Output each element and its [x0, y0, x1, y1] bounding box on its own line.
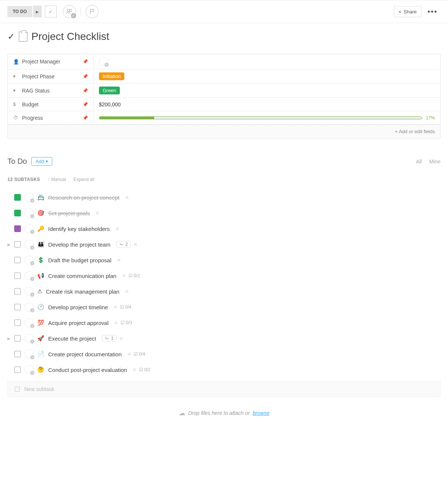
task-assignee-icon[interactable] — [25, 209, 34, 218]
new-subtask-input[interactable]: New subtask — [7, 381, 441, 397]
task-row[interactable]: 🔑Identify key stakeholders≡ — [7, 221, 441, 237]
task-title[interactable]: Execute the project — [48, 335, 96, 342]
task-title[interactable]: Identify key stakeholders — [48, 226, 110, 232]
task-status-box[interactable] — [14, 210, 21, 216]
task-row[interactable]: 💲Draft the budget proposal≡ — [7, 252, 441, 268]
description-icon[interactable]: ≡ — [134, 241, 137, 247]
task-row[interactable]: 📢Create communication plan≡☑ 0/2 — [7, 268, 441, 284]
task-status-box[interactable] — [14, 288, 21, 295]
task-status-box[interactable] — [14, 351, 21, 357]
task-row[interactable]: 📇Research on project concept≡ — [7, 190, 441, 205]
field-value-rag-status[interactable]: Green — [94, 84, 440, 97]
task-status-box[interactable] — [14, 194, 21, 201]
field-value-project-phase[interactable]: Initiation — [94, 69, 440, 83]
mark-complete-button[interactable]: ✓ — [45, 6, 57, 18]
task-status-box[interactable] — [14, 335, 21, 342]
task-row[interactable]: ⚠Create risk management plan≡ — [7, 284, 441, 299]
add-subtask-button[interactable]: Add ▾ — [31, 157, 52, 166]
status-dropdown-caret[interactable]: ▶ — [33, 6, 42, 18]
description-icon[interactable]: ≡ — [125, 288, 128, 294]
task-row[interactable]: 🤔Conduct post-project evaluation≡☑ 0/2 — [7, 362, 441, 378]
task-assignee-icon[interactable] — [25, 271, 34, 280]
task-title[interactable]: Create risk management plan — [46, 288, 119, 295]
task-title[interactable]: Develop project timeline — [48, 304, 108, 310]
task-assignee-icon[interactable] — [25, 256, 34, 265]
subtask-count-badge[interactable]: 1 — [102, 335, 116, 342]
checklist-count[interactable]: ☑ 0/2 — [139, 367, 150, 372]
task-row[interactable]: ▶👪Develop the project team2≡ — [7, 237, 441, 252]
task-assignee-icon[interactable] — [25, 287, 34, 296]
description-icon[interactable]: ≡ — [115, 320, 118, 326]
task-row[interactable]: 📄Create project documentation≡☑ 0/4 — [7, 346, 441, 362]
task-assignee-icon[interactable] — [25, 350, 34, 359]
field-label-progress[interactable]: ⏱ Progress 📌 — [8, 112, 94, 124]
pin-icon[interactable]: 📌 — [83, 74, 88, 79]
task-status-box[interactable] — [14, 272, 21, 279]
task-title[interactable]: Draft the budget proposal — [48, 257, 111, 263]
more-menu-icon[interactable]: ••• — [424, 7, 441, 16]
page-title[interactable]: Project Checklist — [31, 31, 109, 43]
progress-bar[interactable] — [99, 116, 422, 119]
task-assignee-icon[interactable] — [25, 365, 34, 374]
task-status-box[interactable] — [14, 241, 21, 248]
sort-button[interactable]: ↑ Manual — [47, 177, 66, 182]
task-title[interactable]: Research on project concept — [48, 194, 119, 201]
task-assignee-icon[interactable] — [25, 224, 34, 233]
task-row[interactable]: 💯Acquire project approval≡☑ 0/3 — [7, 315, 441, 331]
field-value-budget[interactable]: $200,000 — [94, 98, 440, 110]
description-icon[interactable]: ≡ — [116, 226, 119, 232]
filter-mine[interactable]: Mine — [429, 159, 441, 165]
expand-caret-icon[interactable]: ▶ — [7, 242, 10, 247]
field-value-progress[interactable]: 17% — [94, 112, 440, 123]
task-status-box[interactable] — [14, 319, 21, 326]
task-title[interactable]: Develop the project team — [48, 241, 111, 248]
checklist-count[interactable]: ☑ 0/2 — [128, 273, 140, 278]
task-row[interactable]: ▶🚀Execute the project1≡ — [7, 331, 441, 346]
task-assignee-icon[interactable] — [25, 334, 34, 343]
priority-flag-icon[interactable] — [85, 5, 99, 18]
checklist-count[interactable]: ☑ 0/4 — [120, 304, 131, 310]
task-assignee-icon[interactable] — [25, 303, 34, 312]
task-title[interactable]: Create communication plan — [48, 273, 116, 279]
field-label-budget[interactable]: $ Budget 📌 — [8, 98, 94, 110]
task-row[interactable]: 🕐Develop project timeline≡☑ 0/4 — [7, 299, 441, 315]
task-assignee-icon[interactable] — [25, 240, 34, 249]
description-icon[interactable]: ≡ — [114, 304, 117, 310]
task-status-box[interactable] — [14, 225, 21, 232]
attachment-dropzone[interactable]: ☁ Drop files here to attach or browse — [7, 401, 441, 425]
pin-icon[interactable]: 📌 — [83, 88, 88, 93]
checklist-count[interactable]: ☑ 0/4 — [134, 351, 145, 357]
checklist-count[interactable]: ☑ 0/3 — [121, 320, 132, 325]
task-title[interactable]: Conduct post-project evaluation — [48, 367, 127, 373]
task-assignee-icon[interactable] — [25, 193, 34, 202]
share-button[interactable]: < Share — [394, 6, 421, 17]
task-assignee-icon[interactable] — [25, 318, 34, 327]
description-icon[interactable]: ≡ — [122, 273, 125, 279]
assignees-icon[interactable]: + — [63, 5, 76, 18]
description-icon[interactable]: ≡ — [96, 210, 99, 216]
task-status-box[interactable] — [14, 257, 21, 263]
add-edit-fields-button[interactable]: + Add or edit fields — [8, 125, 440, 138]
browse-link[interactable]: browse — [253, 410, 270, 416]
filter-all[interactable]: All — [416, 159, 422, 165]
expand-all-button[interactable]: Expand all — [74, 177, 94, 182]
task-status-box[interactable] — [14, 304, 21, 310]
description-icon[interactable]: ≡ — [128, 351, 131, 357]
expand-caret-icon[interactable]: ▶ — [7, 337, 10, 341]
task-row[interactable]: 🎯Set project goals≡ — [7, 205, 441, 221]
field-label-project-manager[interactable]: 👤 Project Manager 📌 — [8, 56, 94, 68]
field-label-rag-status[interactable]: ▾ RAG Status 📌 — [8, 85, 94, 97]
field-value-project-manager[interactable] — [94, 54, 440, 69]
description-icon[interactable]: ≡ — [117, 257, 120, 263]
pin-icon[interactable]: 📌 — [83, 59, 88, 64]
description-icon[interactable]: ≡ — [125, 194, 128, 200]
field-label-project-phase[interactable]: ▾ Project Phase 📌 — [8, 71, 94, 82]
task-title[interactable]: Set project goals — [48, 210, 90, 216]
empty-assignee-icon[interactable] — [99, 57, 108, 66]
pin-icon[interactable]: 📌 — [83, 115, 88, 121]
subtask-count-badge[interactable]: 2 — [116, 241, 131, 248]
task-status-box[interactable] — [14, 366, 21, 373]
description-icon[interactable]: ≡ — [133, 367, 136, 373]
status-button[interactable]: TO DO — [7, 6, 32, 17]
description-icon[interactable]: ≡ — [119, 335, 122, 341]
